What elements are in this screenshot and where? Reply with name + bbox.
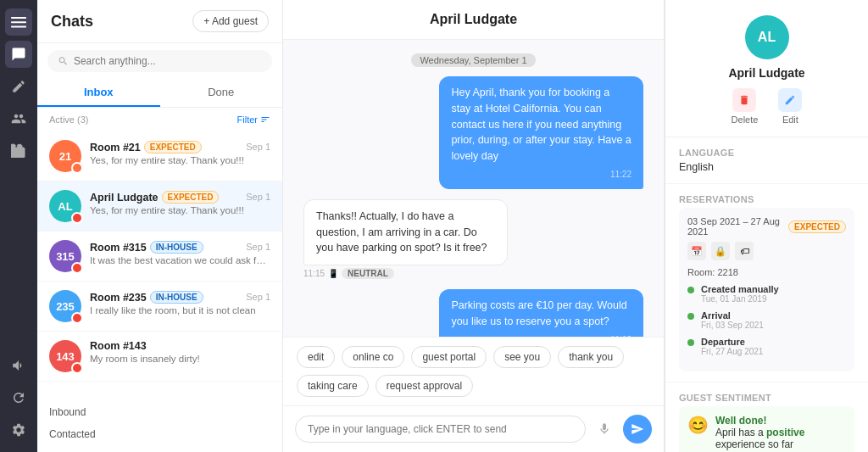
calendar-icon: 📅 xyxy=(687,242,706,260)
sentiment-card-text: April has a positive experience so far xyxy=(715,427,846,450)
in-house-badge-room235: IN-HOUSE xyxy=(150,291,203,304)
contacted-item[interactable]: Contacted xyxy=(49,423,270,445)
chat-item-name-room315: Room #315 xyxy=(90,242,147,254)
avatar-april: AL xyxy=(49,190,81,222)
avatar-badge-room315 xyxy=(71,262,83,274)
chat-item-preview-room21: Yes, for my entire stay. Thank you!!! xyxy=(90,155,270,165)
expected-badge-april: EXPECTED xyxy=(162,191,220,204)
tab-done[interactable]: Done xyxy=(160,79,283,107)
chat-input-area xyxy=(283,405,664,452)
sentiment-label: Guest sentiment xyxy=(679,393,854,403)
chat-item-body-room21: Room #21 EXPECTED Sep 1 Yes, for my enti… xyxy=(90,140,270,165)
sentiment-card-title: Well done! xyxy=(715,415,846,427)
timeline-departure: Departure Fri, 27 Aug 2021 xyxy=(687,337,846,356)
sentiment-card: 😊 Well done! April has a positive experi… xyxy=(679,406,854,452)
refresh-icon[interactable] xyxy=(5,384,32,411)
expected-badge-room21: EXPECTED xyxy=(144,141,202,153)
guest-avatar: AL xyxy=(745,15,789,59)
chat-item-room143[interactable]: 143 Room #143 My room is insanely dirty! xyxy=(37,332,282,382)
chat-header: April Ludgate xyxy=(283,0,664,40)
send-button[interactable] xyxy=(623,415,652,444)
quick-reply-thank-you[interactable]: thank you xyxy=(558,346,624,368)
chat-item-preview-room235: I really like the room, but it is not cl… xyxy=(90,305,270,315)
sentiment-section: Guest sentiment 😊 Well done! April has a… xyxy=(665,382,868,452)
active-count-label: Active (3) xyxy=(49,114,88,125)
inbox-done-tabs: Inbox Done xyxy=(37,79,282,108)
date-divider: Wednesday, September 1 xyxy=(303,53,643,66)
chat-messages: Wednesday, September 1 Hey April, thank … xyxy=(283,40,664,337)
timeline-dot-arrival xyxy=(687,313,694,320)
reservations-label: Reservations xyxy=(679,194,854,204)
chat-item-body-room235: Room #235 IN-HOUSE Sep 1 I really like t… xyxy=(90,290,270,315)
chat-item-time-room21: Sep 1 xyxy=(246,142,270,152)
chat-message-input[interactable] xyxy=(295,416,586,443)
briefcase-icon[interactable] xyxy=(5,137,32,165)
quick-reply-taking-care[interactable]: taking care xyxy=(297,375,369,397)
guest-actions: Delete Edit xyxy=(679,88,854,125)
chat-item-name-room21: Room #21 xyxy=(90,142,141,153)
right-panel: AL April Ludgate Delete Edit Language En… xyxy=(665,0,868,452)
chat-main: April Ludgate Wednesday, September 1 Hey… xyxy=(283,0,665,452)
chat-item-body-room143: Room #143 My room is insanely dirty! xyxy=(90,340,270,364)
delete-action[interactable]: Delete xyxy=(732,88,759,125)
search-bar xyxy=(37,43,282,79)
chat-item-april[interactable]: AL April Ludgate EXPECTED Sep 1 Yes, for… xyxy=(37,181,282,232)
quick-reply-edit[interactable]: edit xyxy=(297,346,335,368)
trash-icon xyxy=(732,88,756,112)
quick-replies-row: edit online co guest portal see you than… xyxy=(283,337,664,405)
timeline-created: Created manually Tue, 01 Jan 2019 xyxy=(687,284,846,304)
chat-item-room21[interactable]: 21 Room #21 EXPECTED Sep 1 Yes, for my e… xyxy=(37,131,282,181)
chat-item-preview-april: Yes, for my entire stay. Thank you!!! xyxy=(90,205,270,215)
chat-icon[interactable] xyxy=(5,41,32,68)
menu-icon[interactable] xyxy=(5,8,32,36)
res-room: Room: 2218 xyxy=(687,267,846,277)
add-guest-button[interactable]: + Add guest xyxy=(192,10,269,32)
search-input[interactable] xyxy=(74,55,262,67)
settings-icon[interactable] xyxy=(5,416,32,444)
chat-list-panel: Chats + Add guest Inbox Done Active (3) … xyxy=(37,0,283,452)
avatar-badge-april xyxy=(71,212,83,224)
message-bubble-3: Parking costs are €10 per day. Would you… xyxy=(439,289,643,337)
avatar-room315: 315 xyxy=(49,240,81,272)
chat-item-name-room143: Room #143 xyxy=(90,340,147,352)
inbound-item[interactable]: Inbound xyxy=(49,401,270,423)
mic-icon[interactable] xyxy=(593,417,616,441)
chat-item-preview-room315: It was the best vacation we could ask fo… xyxy=(90,255,270,265)
chat-item-time-room235: Sep 1 xyxy=(246,292,270,302)
message-row-3: Parking costs are €10 per day. Would you… xyxy=(303,289,643,337)
timeline-dot-created xyxy=(687,287,694,293)
chat-item-time-april: Sep 1 xyxy=(246,192,270,202)
tab-inbox[interactable]: Inbox xyxy=(37,79,160,107)
volume-icon[interactable] xyxy=(5,352,32,379)
language-value: English xyxy=(679,161,854,173)
quick-reply-guest-portal[interactable]: guest portal xyxy=(411,346,487,368)
sentiment-badge-neutral-2: NEUTRAL xyxy=(342,268,394,279)
avatar-badge-room235 xyxy=(71,312,83,324)
language-section: Language English xyxy=(665,137,868,184)
reservation-expected-badge: EXPECTED xyxy=(788,220,846,233)
sentiment-emoji: 😊 xyxy=(687,415,709,435)
avatar-badge-room21 xyxy=(71,162,83,174)
quick-reply-request-approval[interactable]: request approval xyxy=(376,375,473,397)
quick-reply-see-you[interactable]: see you xyxy=(493,346,551,368)
filter-button[interactable]: Filter xyxy=(237,114,270,125)
res-icons: 📅 🔒 🏷 xyxy=(687,242,846,260)
quick-reply-online-co[interactable]: online co xyxy=(342,346,404,368)
pencil-icon xyxy=(778,88,802,112)
avatar-room21: 21 xyxy=(49,140,81,172)
chat-item-room235[interactable]: 235 Room #235 IN-HOUSE Sep 1 I really li… xyxy=(37,282,282,332)
lock-icon: 🔒 xyxy=(711,242,730,260)
left-navigation xyxy=(0,0,37,452)
users-icon[interactable] xyxy=(5,105,32,132)
svg-rect-0 xyxy=(11,17,26,19)
edit-icon[interactable] xyxy=(5,73,32,100)
edit-action[interactable]: Edit xyxy=(778,88,802,125)
message-bubble-2: Thanks!! Actually, I do have a question,… xyxy=(303,199,508,265)
chat-item-name-room235: Room #235 xyxy=(90,292,147,304)
chat-item-room315[interactable]: 315 Room #315 IN-HOUSE Sep 1 It was the … xyxy=(37,232,282,282)
tag-icon: 🏷 xyxy=(735,242,754,260)
reservation-box: 03 Sep 2021 – 27 Aug 2021 EXPECTED 📅 🔒 🏷… xyxy=(679,208,854,371)
chat-list-header: Chats + Add guest xyxy=(37,0,282,43)
chat-item-time-room315: Sep 1 xyxy=(246,242,270,252)
guest-header: AL April Ludgate Delete Edit xyxy=(665,0,868,137)
